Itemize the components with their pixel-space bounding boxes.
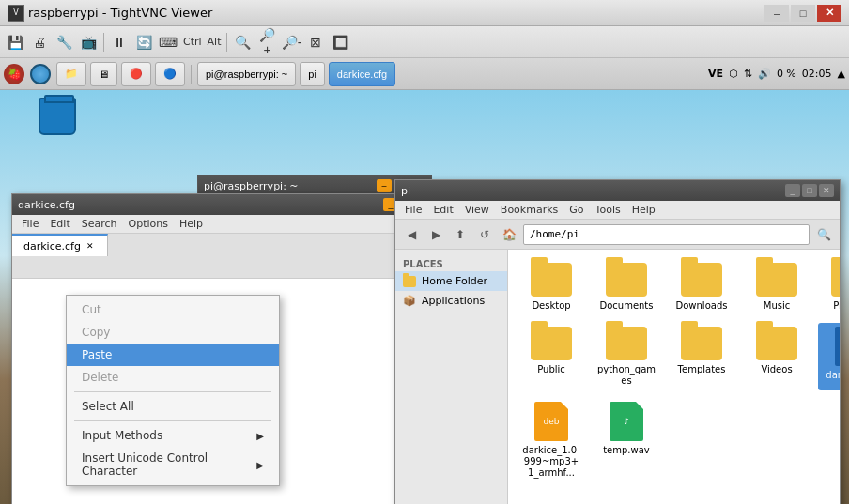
videos-label: Videos	[747, 364, 807, 375]
vnc-window-title: raspberrypi - TightVNC Viewer	[28, 6, 212, 20]
editor-tab-darkice[interactable]: darkice.cfg ✕	[12, 234, 108, 256]
ctx-cut[interactable]: Cut	[67, 298, 279, 321]
temp-wav-icon: ♪	[610, 402, 643, 441]
trash-icon[interactable]	[34, 98, 81, 135]
darkice-cfg-icon: cfg	[835, 327, 840, 366]
fm-menu-edit[interactable]: Edit	[429, 203, 456, 217]
rpi-config-btn[interactable]: 🔴	[121, 62, 151, 86]
toolbar-refresh-btn[interactable]: 🔄	[132, 31, 155, 53]
ctx-input-methods[interactable]: Input Methods ▶	[67, 424, 279, 447]
videos-folder-icon	[756, 327, 797, 360]
fm-menu-file[interactable]: File	[401, 203, 425, 217]
fm-sidebar-home[interactable]: Home Folder	[395, 271, 507, 291]
toolbar-sep1	[103, 33, 104, 52]
public-folder-icon	[531, 327, 572, 360]
ctx-input-methods-label: Input Methods	[82, 429, 162, 442]
toolbar-new-btn[interactable]: 💾	[4, 31, 26, 53]
fm-close-btn[interactable]: ✕	[819, 184, 834, 197]
rpi-menu-button[interactable]: 🍓	[4, 64, 24, 84]
editor-menu-file[interactable]: File	[18, 217, 42, 231]
fm-icon-music[interactable]: Music	[743, 259, 810, 315]
fm-icon-templates[interactable]: Templates	[668, 323, 735, 390]
toolbar-open-btn[interactable]: 🖨	[28, 31, 51, 53]
fm-sidebar-apps[interactable]: 📦 Applications	[395, 291, 507, 311]
ctx-copy[interactable]: Copy	[67, 321, 279, 344]
fm-icon-public[interactable]: Public	[517, 323, 585, 390]
toolbar-zoom-in-btn[interactable]: 🔍	[231, 31, 254, 53]
fm-icon-darkice-cfg[interactable]: cfg darkice.cfg	[818, 323, 840, 390]
fm-home-btn[interactable]: 🏠	[499, 224, 519, 245]
fm-icon-desktop[interactable]: Desktop	[517, 259, 585, 315]
toolbar-pause-btn[interactable]: ⏸	[108, 31, 131, 53]
toolbar-zoom-out-btn[interactable]: 🔎-	[280, 31, 302, 53]
vnc-maximize-button[interactable]: □	[791, 5, 815, 22]
fm-icon-python-games[interactable]: python_games	[593, 323, 660, 390]
toolbar-options-btn[interactable]: 🔲	[329, 31, 351, 53]
terminal-task-label: pi@raspberrypi: ~	[206, 69, 287, 80]
music-folder-icon	[756, 263, 797, 297]
volume-icon: 🔊	[758, 68, 771, 80]
fm-icon-downloads[interactable]: Downloads	[668, 259, 735, 315]
terminal-icon-btn[interactable]: 🖥	[90, 62, 117, 86]
terminal-title: pi@raspberrypi: ~	[204, 180, 299, 192]
editor-menu-search[interactable]: Search	[78, 217, 121, 231]
fm-up-btn[interactable]: ⬆	[450, 224, 471, 245]
toolbar-kb-btn[interactable]: ⌨	[157, 31, 179, 53]
python-games-label: python_games	[596, 364, 656, 387]
trash-visual	[39, 98, 76, 135]
toolbar-fullscreen-btn[interactable]: ⊠	[304, 31, 327, 53]
vnc-close-button[interactable]: ✕	[817, 5, 841, 22]
fm-main-area[interactable]: Desktop Documents Downloads	[508, 250, 840, 504]
fm-menu-bookmarks[interactable]: Bookmarks	[497, 203, 562, 217]
fm-menu-view[interactable]: View	[461, 203, 493, 217]
fm-search-btn[interactable]: 🔍	[813, 224, 834, 245]
desktop-label: Desktop	[521, 300, 581, 312]
fm-icon-darkice-deb[interactable]: deb darkice_1.0-999~mp3+1_armhf...	[517, 398, 585, 482]
darkice-task-btn[interactable]: darkice.cfg	[329, 62, 395, 86]
terminal-task-btn[interactable]: pi@raspberrypi: ~	[197, 62, 296, 86]
ctx-paste[interactable]: Paste	[67, 344, 279, 366]
file-manager-window: pi _ □ ✕ File Edit View Bookmarks Go Too…	[394, 179, 841, 504]
temp-wav-label: temp.wav	[596, 445, 656, 456]
editor-menu-edit[interactable]: Edit	[46, 217, 73, 231]
browser-taskbar-btn[interactable]	[30, 64, 51, 84]
fm-icon-documents[interactable]: Documents	[593, 259, 660, 315]
toolbar-zoom-in2-btn[interactable]: 🔎+	[255, 31, 278, 53]
editor-title: darkice.cfg	[18, 199, 75, 211]
fm-min-btn[interactable]: _	[785, 184, 800, 197]
darkice-cfg-label: darkice.cfg	[822, 370, 840, 381]
fm-menu-tools[interactable]: Tools	[592, 203, 625, 217]
editor-secondary-toolbar	[12, 256, 438, 279]
fm-reload-btn[interactable]: ↺	[474, 224, 495, 245]
fm-menu-help[interactable]: Help	[628, 203, 659, 217]
fm-icon-videos[interactable]: Videos	[743, 323, 810, 390]
ctx-paste-label: Paste	[82, 348, 112, 361]
fm-forward-btn[interactable]: ▶	[425, 224, 446, 245]
vnc-minimize-button[interactable]: –	[764, 5, 789, 22]
fm-menu-go[interactable]: Go	[565, 203, 587, 217]
fm-path-bar[interactable]: /home/pi	[523, 224, 810, 245]
editor-tab-close[interactable]: ✕	[85, 240, 96, 252]
fm-icon-pictures[interactable]: Pictures	[818, 259, 840, 315]
toolbar-save-btn[interactable]: 🔧	[53, 31, 75, 53]
toolbar-connect-btn[interactable]: 📺	[77, 31, 100, 53]
terminal-min-btn[interactable]: –	[377, 179, 392, 192]
ctx-select-all[interactable]: Select All	[67, 395, 279, 418]
wolfram-btn[interactable]: 🔵	[155, 62, 185, 86]
fm-titlebar: pi _ □ ✕	[395, 180, 840, 201]
fm-icon-temp-wav[interactable]: ♪ temp.wav	[593, 398, 660, 482]
ctx-unicode-ctrl[interactable]: Insert Unicode Control Character ▶	[67, 447, 279, 482]
folder-taskbar-btn[interactable]: 📁	[56, 62, 86, 86]
editor-menu-help[interactable]: Help	[176, 217, 207, 231]
darkice-task-label: darkice.cfg	[337, 69, 387, 80]
ctx-input-arrow: ▶	[256, 431, 264, 441]
pi-fm-task-btn[interactable]: pi	[300, 62, 325, 86]
editor-menu-options[interactable]: Options	[125, 217, 172, 231]
ctx-delete[interactable]: Delete	[67, 366, 279, 389]
fm-places-header: Places	[395, 255, 507, 271]
editor-tab-label: darkice.cfg	[23, 240, 81, 252]
public-label: Public	[521, 364, 581, 375]
fm-max-btn[interactable]: □	[802, 184, 817, 197]
fm-toolbar: ◀ ▶ ⬆ ↺ 🏠 /home/pi 🔍	[395, 220, 840, 250]
fm-back-btn[interactable]: ◀	[401, 224, 422, 245]
